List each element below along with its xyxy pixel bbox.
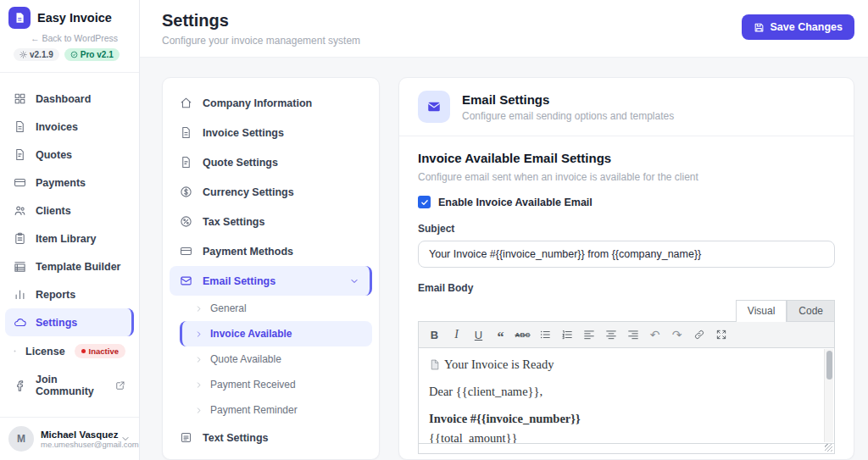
settings-nav-advanced-settings[interactable]: Advanced Settings (170, 452, 372, 460)
settings-nav-payment-methods[interactable]: Payment Methods (170, 236, 372, 266)
settings-nav-text-settings[interactable]: Text Settings (170, 423, 372, 452)
email-settings-icon (418, 91, 450, 123)
chevron-down-icon (349, 276, 359, 286)
tab-code[interactable]: Code (787, 300, 835, 321)
underline-button[interactable]: U (468, 324, 489, 345)
email-body-editor[interactable]: Your Invoice is Ready Dear {{client_name… (418, 348, 835, 444)
license-inactive-badge: Inactive (75, 344, 125, 358)
chevron-right-icon (195, 381, 203, 389)
sidebar-item-payments[interactable]: Payments (5, 169, 134, 197)
panel-header: Email Settings Configure email sending o… (399, 78, 854, 136)
sidebar-nav: Dashboard Invoices Quotes Payments Clien… (0, 72, 139, 417)
sidebar-item-item-library[interactable]: Item Library (5, 224, 134, 252)
bullet-list-button[interactable] (534, 324, 555, 345)
community-icon (14, 380, 26, 392)
bullet-list-icon (539, 329, 551, 341)
sidebar-item-settings[interactable]: Settings (5, 308, 134, 336)
back-to-wordpress-link[interactable]: ← Back to WordPress (31, 33, 131, 43)
checkbox-checked-icon[interactable] (418, 196, 431, 208)
align-right-button[interactable] (622, 324, 643, 345)
credit-card-icon (14, 176, 26, 189)
settings-nav-email-invoice-available[interactable]: Invoice Available (180, 321, 372, 346)
avatar: M (8, 426, 34, 452)
settings-nav-email-payment-reminder[interactable]: Payment Reminder (170, 397, 372, 423)
page-subtitle: Configure your invoice management system (162, 35, 360, 47)
editor-statusbar (418, 444, 835, 454)
blockquote-button[interactable]: “ (490, 324, 511, 345)
section-subtitle: Configure email sent when an invoice is … (418, 171, 835, 183)
brand-block: Easy Invoice ← Back to WordPress v2.1.9 … (0, 0, 139, 66)
enable-invoice-email-checkbox-row[interactable]: Enable Invoice Available Email (418, 196, 835, 208)
settings-nav-email-general[interactable]: General (170, 296, 372, 321)
editor-scrollbar[interactable] (824, 349, 833, 442)
save-icon (754, 22, 765, 33)
settings-nav-company-information[interactable]: Company Information (170, 88, 372, 118)
section-title: Invoice Available Email Settings (418, 151, 835, 165)
page-header: Settings Configure your invoice manageme… (140, 0, 868, 58)
credit-card-icon (180, 245, 192, 258)
version-badge: v2.1.9 (14, 48, 59, 61)
undo-button[interactable]: ↶ (644, 324, 665, 345)
align-center-button[interactable] (600, 324, 621, 345)
settings-nav-quote-settings[interactable]: Quote Settings (170, 147, 372, 177)
editor-toolbar: B I U “ ABC (418, 321, 835, 348)
link-icon (693, 329, 705, 341)
quote-file-icon (180, 156, 192, 169)
sidebar-item-dashboard[interactable]: Dashboard (5, 85, 134, 113)
redo-button[interactable]: ↷ (666, 324, 687, 345)
align-right-icon (627, 329, 639, 341)
settings-nav-currency-settings[interactable]: Currency Settings (170, 177, 372, 207)
dollar-circle-icon (180, 186, 192, 198)
bar-chart-icon (14, 288, 26, 301)
settings-nav-email-settings[interactable]: Email Settings (170, 266, 372, 296)
editor-mode-tabs: Visual Code (418, 300, 835, 321)
italic-button[interactable]: I (446, 324, 467, 345)
users-icon (14, 204, 26, 217)
align-left-button[interactable] (578, 324, 599, 345)
link-button[interactable] (688, 324, 709, 345)
sidebar-item-invoices[interactable]: Invoices (5, 113, 134, 141)
plus-icon (14, 345, 16, 357)
panel-subtitle: Configure email sending options and temp… (462, 110, 674, 122)
panel-title: Email Settings (462, 92, 674, 107)
page-icon (429, 359, 440, 370)
user-menu[interactable]: M Michael Vasquez me.umeshuser@gmail.com (0, 417, 139, 460)
sidebar-item-join-community[interactable]: Join Community (5, 366, 134, 405)
sidebar-item-template-builder[interactable]: Template Builder (5, 252, 134, 280)
settings-cloud-icon (14, 316, 26, 329)
sidebar-item-quotes[interactable]: Quotes (5, 141, 134, 169)
user-email: me.umeshuser@gmail.com (41, 440, 114, 449)
percent-circle-icon (180, 215, 192, 228)
invoice-file-icon (180, 126, 192, 139)
settings-nav-invoice-settings[interactable]: Invoice Settings (170, 118, 372, 147)
resize-handle[interactable] (825, 444, 832, 452)
strikethrough-button[interactable]: ABC (512, 324, 533, 345)
quote-file-icon (14, 148, 26, 161)
chevron-right-icon (195, 407, 203, 414)
settings-nav-email-payment-received[interactable]: Payment Received (170, 372, 372, 397)
app-title: Easy Invoice (37, 11, 112, 25)
settings-nav-tax-settings[interactable]: Tax Settings (170, 207, 372, 236)
sidebar-item-reports[interactable]: Reports (5, 280, 134, 308)
envelope-icon (180, 274, 192, 287)
email-body-label: Email Body (418, 282, 835, 294)
sidebar-item-clients[interactable]: Clients (5, 197, 134, 224)
numbered-list-icon (561, 329, 573, 341)
settings-nav-email-quote-available[interactable]: Quote Available (170, 346, 372, 372)
save-changes-button[interactable]: Save Changes (742, 14, 854, 40)
tab-visual[interactable]: Visual (736, 300, 787, 322)
bold-button[interactable]: B (424, 324, 445, 345)
user-name: Michael Vasquez (41, 430, 114, 440)
align-center-icon (605, 329, 617, 341)
subject-label: Subject (418, 223, 835, 235)
align-left-icon (583, 329, 595, 341)
subject-input[interactable] (418, 241, 835, 268)
fullscreen-button[interactable] (710, 324, 732, 345)
main-area: Settings Configure your invoice manageme… (140, 0, 868, 460)
pro-version-badge: Pro v2.1 (64, 48, 120, 61)
sidebar-item-license[interactable]: License Inactive (5, 336, 134, 366)
checkbox-label: Enable Invoice Available Email (438, 197, 593, 208)
home-icon (180, 97, 192, 109)
numbered-list-button[interactable] (556, 324, 577, 345)
external-link-icon (115, 380, 125, 391)
